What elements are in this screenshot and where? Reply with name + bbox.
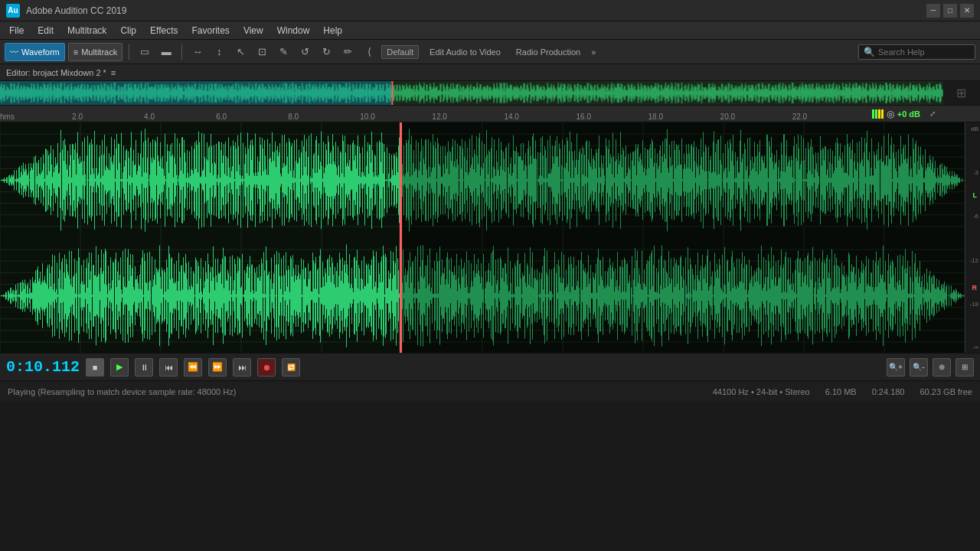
zoom-controls: 🔍+ 🔍- ⊕ ⊞ [887, 358, 974, 377]
menu-item-help[interactable]: Help [317, 24, 348, 37]
app-logo: Au [6, 4, 20, 18]
multitrack-view-button[interactable]: ≡ Multitrack [68, 43, 122, 61]
waveform-view-button[interactable]: 〰 Waveform [5, 43, 65, 61]
L-channel-label: L [973, 191, 978, 199]
menu-item-edit[interactable]: Edit [31, 24, 60, 37]
ruler-tick-5: 10.0 [360, 112, 374, 121]
ruler-tick-6: 12.0 [432, 112, 446, 121]
workspace-default[interactable]: Default [381, 45, 419, 59]
multitrack-icon: ≡ [74, 47, 78, 57]
level-meter-icon: ◎ [887, 109, 894, 119]
toolbar-icon-zoom[interactable]: ⟨ [360, 43, 378, 61]
level-bar-4 [881, 109, 884, 119]
db-label-3: -6 [967, 213, 978, 220]
ruler-tick-11: 22.0 [792, 112, 807, 121]
level-bar-2 [875, 109, 877, 119]
record-button[interactable]: ⏺ [257, 358, 276, 377]
zoom-in-button[interactable]: 🔍+ [887, 358, 905, 377]
to-start-button[interactable]: ⏮ [159, 358, 178, 377]
to-end-button[interactable]: ⏭ [233, 358, 251, 377]
status-message: Playing (Resampling to match device samp… [8, 387, 697, 396]
title-text: Adobe Audition CC 2019 [26, 5, 126, 16]
search-box: 🔍 [858, 44, 975, 60]
toolbar-icon-pencil[interactable]: ✏ [338, 43, 357, 61]
overview-controls: ⊞ [943, 81, 980, 105]
pause-button[interactable]: ⏸ [135, 358, 153, 377]
editor-title: Editor: brojact Mixdown 2 * [6, 68, 106, 77]
editor-label: Editor: brojact Mixdown 2 * ≡ [0, 64, 980, 81]
workspace-edit[interactable]: Edit Audio to Video [425, 46, 505, 58]
toolbar-icon-undo[interactable]: ↺ [296, 43, 314, 61]
waveform-container: dB -3 -6 -12 -18 -∞ L R [0, 122, 980, 353]
zoom-waveform-button[interactable]: ⊕ [933, 358, 951, 377]
toolbar-icon-3[interactable]: ↔ [188, 43, 207, 61]
menu-item-effects[interactable]: Effects [144, 24, 184, 37]
toolbar-icon-1[interactable]: ▭ [136, 43, 154, 61]
menu-item-multitrack[interactable]: Multitrack [61, 24, 113, 37]
rewind-button[interactable]: ⏪ [184, 358, 202, 377]
play-button[interactable]: ▶ [110, 358, 129, 377]
ruler-tick-8: 16.0 [576, 112, 590, 121]
waveform-main[interactable] [0, 122, 965, 353]
level-bars [872, 109, 884, 119]
toolbar-separator [129, 44, 129, 60]
loop-button[interactable]: 🔁 [282, 358, 300, 377]
overview-canvas [0, 81, 943, 105]
toolbar-icon-redo[interactable]: ↻ [317, 43, 335, 61]
search-input[interactable] [878, 47, 970, 57]
menu-item-file[interactable]: File [3, 24, 30, 37]
toolbar-separator-2 [181, 44, 182, 60]
waveform-top-channel [0, 122, 965, 238]
time-display: 0:10.112 [6, 358, 80, 376]
title-bar-controls: ─ □ ✕ [926, 4, 974, 18]
level-expand-icon[interactable]: ⤢ [923, 106, 942, 122]
ruler-tick-2: 4.0 [144, 112, 155, 121]
db-value: +0 dB [897, 109, 920, 119]
fast-forward-button[interactable]: ⏩ [208, 358, 227, 377]
menu-item-clip[interactable]: Clip [114, 24, 142, 37]
zoom-fit-button[interactable]: ⊞ [956, 358, 974, 377]
db-label-2: -3 [967, 169, 978, 176]
close-button[interactable]: ✕ [960, 4, 974, 18]
menu-item-window[interactable]: Window [271, 24, 316, 37]
editor-menu-icon[interactable]: ≡ [111, 68, 116, 77]
ruler: hms2.04.06.08.010.012.014.016.018.020.02… [0, 106, 980, 122]
waveform-canvas-top [0, 122, 965, 238]
duration: 0:24.180 [872, 387, 905, 396]
R-channel-label: R [972, 284, 978, 292]
toolbar-icon-4[interactable]: ↕ [210, 43, 228, 61]
search-icon: 🔍 [864, 47, 875, 57]
zoom-out-button[interactable]: 🔍- [910, 358, 928, 377]
toolbar-icon-2[interactable]: ▬ [157, 43, 175, 61]
ruler-tick-3: 6.0 [216, 112, 227, 121]
db-label-6: -∞ [967, 344, 978, 350]
workspace-radio[interactable]: Radio Production [511, 46, 585, 58]
waveform-canvas-bottom [0, 238, 965, 354]
level-indicator: ◎ +0 dB ⤢ [872, 106, 942, 122]
ruler-tick-9: 18.0 [648, 112, 663, 121]
workspace-more[interactable]: » [591, 47, 596, 57]
menu-item-view[interactable]: View [237, 24, 270, 37]
toolbar-icon-cursor[interactable]: ↖ [231, 43, 250, 61]
overview-zoom-icon: ⊞ [956, 86, 966, 100]
level-bar-1 [872, 109, 874, 119]
db-label-5: -18 [967, 301, 978, 308]
title-bar: Au Adobe Audition CC 2019 ─ □ ✕ [0, 0, 980, 21]
status-bar: Playing (Resampling to match device samp… [0, 380, 980, 402]
ruler-tick-10: 20.0 [720, 112, 735, 121]
db-label-4: -12 [967, 257, 978, 264]
level-bar-3 [878, 109, 880, 119]
waveform-icon: 〰 [10, 47, 18, 57]
menu-item-favorites[interactable]: Favorites [186, 24, 236, 37]
menu-bar: FileEditMultitrackClipEffectsFavoritesVi… [0, 21, 980, 40]
toolbar-icon-edit[interactable]: ✎ [274, 43, 292, 61]
minimize-button[interactable]: ─ [926, 4, 940, 18]
transport-bar: 0:10.112 ■ ▶ ⏸ ⏮ ⏪ ⏩ ⏭ ⏺ 🔁 🔍+ 🔍- ⊕ ⊞ [0, 353, 980, 380]
title-bar-left: Au Adobe Audition CC 2019 [6, 4, 126, 18]
maximize-button[interactable]: □ [943, 4, 957, 18]
ruler-tick-4: 8.0 [288, 112, 299, 121]
file-size: 6.10 MB [825, 387, 857, 396]
workspace-buttons: Default Edit Audio to Video Radio Produc… [381, 45, 596, 59]
stop-button[interactable]: ■ [86, 358, 104, 377]
toolbar-icon-select[interactable]: ⊡ [253, 43, 271, 61]
